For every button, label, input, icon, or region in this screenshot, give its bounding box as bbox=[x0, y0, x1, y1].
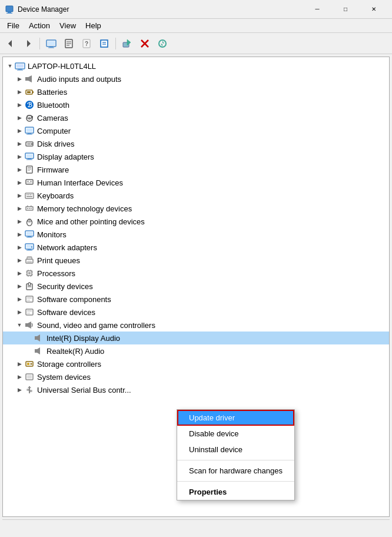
tree-item-mice[interactable]: ▶ Mice and other pointing devices bbox=[3, 215, 389, 228]
hid-icon bbox=[24, 177, 35, 188]
svg-marker-110 bbox=[37, 334, 40, 342]
tree-item-sound[interactable]: ▼ Sound, video and game controllers bbox=[3, 319, 389, 332]
mice-expand[interactable]: ▶ bbox=[15, 217, 24, 226]
remove-button[interactable] bbox=[137, 35, 153, 52]
svg-rect-84 bbox=[27, 257, 32, 260]
realtek-audio-label: Realtek(R) Audio bbox=[46, 347, 104, 356]
keyboards-expand[interactable]: ▶ bbox=[15, 191, 24, 200]
tree-item-memory[interactable]: ▶ Memory technology devices bbox=[3, 202, 389, 215]
tree-item-storage[interactable]: ▶ Storage controllers bbox=[3, 357, 389, 370]
svg-rect-48 bbox=[26, 154, 32, 157]
print-icon bbox=[24, 255, 35, 266]
computer-expand[interactable]: ▶ bbox=[15, 126, 24, 135]
svg-rect-43 bbox=[26, 134, 32, 135]
context-update-driver[interactable]: Update driver bbox=[177, 410, 294, 426]
tree-item-realtek-audio[interactable]: ▶ Realtek(R) Audio bbox=[3, 344, 389, 357]
display-label: Display adapters bbox=[37, 153, 94, 161]
system-expand[interactable]: ▶ bbox=[15, 372, 24, 382]
menu-file[interactable]: File bbox=[2, 20, 24, 31]
bluetooth-label: Bluetooth bbox=[37, 101, 69, 110]
menu-view[interactable]: View bbox=[55, 20, 81, 31]
device-manager-button[interactable] bbox=[43, 35, 59, 52]
disk-expand[interactable]: ▶ bbox=[15, 139, 24, 148]
properties-button[interactable] bbox=[61, 35, 77, 52]
tree-item-network[interactable]: ▶ Network adapters bbox=[3, 241, 389, 254]
bluetooth-icon: ℬ bbox=[24, 100, 35, 110]
firmware-expand[interactable]: ▶ bbox=[15, 165, 24, 174]
sound-expand[interactable]: ▼ bbox=[15, 320, 24, 330]
maximize-button[interactable]: □ bbox=[332, 0, 359, 19]
context-disable-device[interactable]: Disable device bbox=[177, 426, 294, 442]
svg-rect-109 bbox=[35, 336, 37, 340]
tree-item-audio[interactable]: ▶ Audio inputs and outputs bbox=[3, 72, 389, 85]
cameras-expand[interactable]: ▶ bbox=[15, 113, 24, 122]
sw-components-expand[interactable]: ▶ bbox=[15, 294, 24, 304]
tree-item-sw-devices[interactable]: ▶ Software devices bbox=[3, 306, 389, 319]
context-scan-hardware[interactable]: Scan for hardware changes bbox=[177, 463, 294, 479]
audio-expand[interactable]: ▶ bbox=[15, 74, 24, 84]
monitors-expand[interactable]: ▶ bbox=[15, 230, 24, 239]
tree-root[interactable]: ▼ LAPTOP-HL0TL4LL bbox=[3, 59, 389, 72]
processors-expand[interactable]: ▶ bbox=[15, 268, 24, 278]
update-driver-toolbar-button[interactable] bbox=[119, 35, 135, 52]
tree-item-usb[interactable]: ▶ Universal Serial Bus contr... bbox=[3, 383, 389, 396]
processors-label: Processors bbox=[37, 269, 75, 278]
tree-item-bluetooth[interactable]: ▶ ℬ Bluetooth bbox=[3, 98, 389, 111]
svg-rect-42 bbox=[28, 133, 31, 134]
tree-item-display[interactable]: ▶ Display adapters bbox=[3, 150, 389, 163]
tree-item-intel-audio[interactable]: ▶ Intel(R) Display Audio bbox=[3, 332, 389, 344]
tree-item-disk[interactable]: ▶ Disk drives bbox=[3, 137, 389, 150]
scan-toolbar-button[interactable] bbox=[154, 35, 171, 52]
svg-rect-105 bbox=[27, 310, 32, 311]
root-icon bbox=[15, 61, 25, 71]
tree-item-hid[interactable]: ▶ Human Interface Devices bbox=[3, 176, 389, 189]
hid-expand[interactable]: ▶ bbox=[15, 178, 24, 187]
tree-item-batteries[interactable]: ▶ Batteries bbox=[3, 85, 389, 98]
computer-label: Computer bbox=[37, 127, 71, 135]
tree-item-cameras[interactable]: ▶ Cameras bbox=[3, 111, 389, 124]
svg-rect-39 bbox=[31, 116, 33, 118]
tree-item-firmware[interactable]: ▶ Firmware bbox=[3, 163, 389, 176]
svg-rect-61 bbox=[28, 194, 29, 195]
disk-label: Disk drives bbox=[37, 140, 75, 148]
minimize-button[interactable]: ─ bbox=[304, 0, 331, 19]
tree-item-keyboards[interactable]: ▶ Keyboards bbox=[3, 189, 389, 202]
back-button[interactable] bbox=[2, 35, 19, 52]
intel-audio-label: Intel(R) Display Audio bbox=[46, 334, 120, 343]
display-expand[interactable]: ▶ bbox=[15, 152, 24, 161]
help-button[interactable]: ? bbox=[78, 35, 95, 52]
tree-item-processors[interactable]: ▶ Processors bbox=[3, 267, 389, 280]
root-expand[interactable]: ▼ bbox=[5, 61, 15, 71]
forward-button[interactable] bbox=[20, 35, 36, 52]
tree-item-print[interactable]: ▶ Print queues bbox=[3, 254, 389, 267]
security-expand[interactable]: ▶ bbox=[15, 281, 24, 291]
context-properties[interactable]: Properties bbox=[177, 484, 294, 500]
svg-rect-100 bbox=[29, 283, 30, 285]
tree-item-system[interactable]: ▶ System devices bbox=[3, 370, 389, 383]
svg-rect-7 bbox=[49, 47, 53, 48]
menu-action[interactable]: Action bbox=[24, 20, 55, 31]
svg-rect-32 bbox=[32, 91, 34, 93]
network-expand[interactable]: ▶ bbox=[15, 243, 24, 252]
svg-rect-56 bbox=[27, 181, 29, 182]
svg-rect-117 bbox=[27, 375, 32, 379]
menu-help[interactable]: Help bbox=[81, 20, 106, 31]
tree-item-monitors[interactable]: ▶ Monitors bbox=[3, 228, 389, 241]
sound-icon bbox=[24, 320, 35, 330]
batteries-expand[interactable]: ▶ bbox=[15, 87, 24, 97]
sw-devices-expand[interactable]: ▶ bbox=[15, 307, 24, 317]
print-expand[interactable]: ▶ bbox=[15, 256, 24, 265]
properties2-button[interactable] bbox=[96, 35, 112, 52]
svg-rect-68 bbox=[31, 208, 32, 209]
bluetooth-expand[interactable]: ▶ bbox=[15, 100, 24, 110]
tree-item-security[interactable]: ▶ Security devices bbox=[3, 280, 389, 293]
close-button[interactable]: ✕ bbox=[360, 0, 387, 19]
tree-item-computer[interactable]: ▶ Computer bbox=[3, 124, 389, 137]
context-uninstall-device[interactable]: Uninstall device bbox=[177, 442, 294, 458]
usb-expand[interactable]: ▶ bbox=[15, 385, 24, 395]
svg-rect-28 bbox=[17, 70, 23, 71]
memory-expand[interactable]: ▶ bbox=[15, 204, 24, 213]
audio-icon bbox=[24, 74, 35, 84]
tree-item-sw-components[interactable]: ▶ Software components bbox=[3, 293, 389, 306]
storage-expand[interactable]: ▶ bbox=[15, 359, 24, 369]
